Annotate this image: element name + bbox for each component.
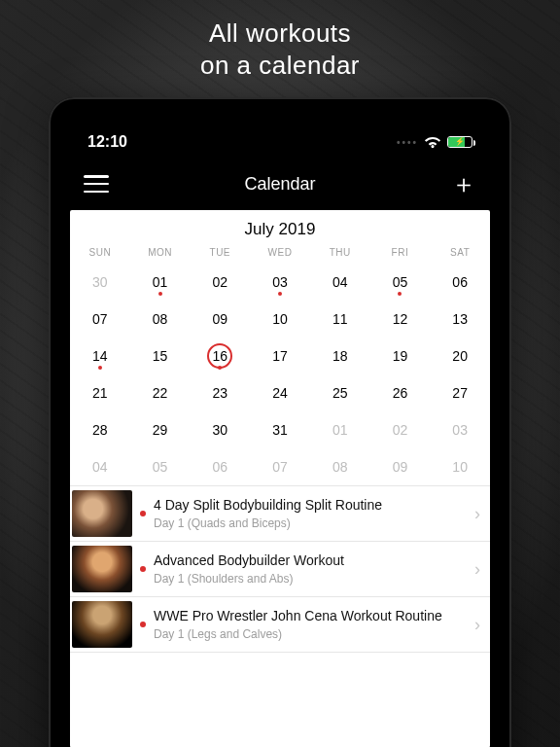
promo-heading: All workouts on a calendar: [0, 0, 560, 81]
workout-text: 4 Day Split Bodybuilding Split RoutineDa…: [154, 497, 471, 530]
calendar-day-number: 25: [332, 385, 348, 401]
calendar-day-cell[interactable]: 04: [310, 264, 370, 301]
calendar-day-cell[interactable]: 26: [370, 374, 431, 411]
workout-subtitle: Day 1 (Quads and Biceps): [154, 516, 471, 530]
workout-text: WWE Pro Wrestler John Cena Workout Routi…: [154, 608, 471, 641]
calendar-week-row: 07080910111213: [70, 301, 490, 338]
calendar-day-number: 03: [272, 274, 288, 290]
calendar-day-cell[interactable]: 05: [370, 264, 431, 301]
calendar-day-cell[interactable]: 15: [130, 338, 191, 374]
calendar-weekday-label: SAT: [430, 247, 490, 264]
workout-title: WWE Pro Wrestler John Cena Workout Routi…: [154, 608, 471, 624]
calendar-day-number: 31: [272, 422, 288, 438]
calendar-day-cell[interactable]: 04: [70, 448, 130, 485]
calendar-day-cell[interactable]: 01: [310, 411, 370, 448]
battery-icon: ⚡: [447, 136, 472, 148]
calendar-day-number: 28: [92, 422, 108, 438]
screen: 12:10 •••• ⚡ Calendar ＋ July 2019 SUNMON…: [70, 123, 490, 747]
calendar-day-cell[interactable]: 25: [310, 374, 370, 411]
calendar-month-label: July 2019: [70, 210, 490, 247]
calendar-day-cell[interactable]: 22: [130, 374, 191, 411]
calendar-day-number: 08: [153, 311, 168, 327]
calendar-week-row: 28293031010203: [70, 411, 490, 448]
calendar-day-cell[interactable]: 28: [70, 411, 130, 448]
calendar-week-row: 21222324252627: [70, 374, 490, 411]
workout-row[interactable]: Advanced Bodybuilder WorkoutDay 1 (Shoul…: [70, 542, 490, 597]
calendar-day-cell[interactable]: 17: [250, 338, 310, 374]
calendar-day-cell[interactable]: 02: [190, 264, 250, 301]
calendar-day-cell[interactable]: 03: [250, 264, 310, 301]
calendar-day-cell[interactable]: 03: [430, 411, 490, 448]
workout-row[interactable]: WWE Pro Wrestler John Cena Workout Routi…: [70, 597, 490, 653]
calendar-day-number: 19: [393, 348, 408, 364]
calendar-weekday-label: WED: [250, 247, 310, 264]
menu-icon[interactable]: [84, 175, 109, 193]
workout-thumbnail: [72, 546, 132, 592]
calendar-day-number: 21: [92, 385, 108, 401]
workout-row[interactable]: 4 Day Split Bodybuilding Split RoutineDa…: [70, 486, 490, 542]
calendar-day-cell[interactable]: 14: [70, 338, 130, 374]
calendar-grid: 3001020304050607080910111213141516171819…: [70, 264, 490, 485]
calendar-day-cell[interactable]: 09: [190, 301, 250, 338]
workout-text: Advanced Bodybuilder WorkoutDay 1 (Shoul…: [154, 552, 471, 586]
page-title: Calendar: [109, 174, 451, 195]
calendar-day-cell[interactable]: 12: [370, 301, 431, 338]
calendar-event-dot: [398, 292, 402, 296]
calendar-weekday-label: MON: [130, 247, 191, 264]
calendar-day-cell[interactable]: 23: [190, 374, 250, 411]
status-bar: 12:10 •••• ⚡: [70, 123, 490, 161]
calendar-event-dot: [218, 366, 222, 370]
calendar-day-number: 06: [452, 274, 468, 290]
wifi-icon: [424, 136, 441, 149]
calendar-day-cell[interactable]: 10: [250, 301, 310, 338]
calendar-day-cell[interactable]: 06: [430, 264, 490, 301]
calendar-day-number: 14: [92, 348, 108, 364]
calendar-day-cell[interactable]: 05: [130, 448, 191, 485]
calendar-day-number: 30: [212, 422, 228, 438]
calendar-day-cell[interactable]: 24: [250, 374, 310, 411]
calendar-day-number: 07: [92, 311, 108, 327]
calendar-day-cell[interactable]: 30: [190, 411, 250, 448]
workout-title: 4 Day Split Bodybuilding Split Routine: [154, 497, 471, 514]
calendar-day-number: 10: [452, 459, 468, 475]
calendar-day-cell[interactable]: 06: [190, 448, 250, 485]
calendar-day-cell[interactable]: 20: [430, 338, 490, 374]
calendar-day-cell[interactable]: 29: [130, 411, 191, 448]
chevron-right-icon: ›: [471, 559, 484, 580]
calendar-event-dot: [158, 292, 162, 296]
calendar-day-cell[interactable]: 08: [130, 301, 191, 338]
calendar-day-cell[interactable]: 01: [130, 264, 191, 301]
calendar-day-cell[interactable]: 18: [310, 338, 370, 374]
calendar-day-cell[interactable]: 08: [310, 448, 370, 485]
workout-indicator-dot: [140, 566, 146, 572]
calendar-day-number: 15: [153, 348, 168, 364]
calendar-day-cell[interactable]: 09: [370, 448, 431, 485]
workout-subtitle: Day 1 (Legs and Calves): [154, 627, 471, 641]
calendar-day-cell[interactable]: 19: [370, 338, 431, 374]
workout-thumbnail: [72, 601, 132, 648]
calendar-weekday-label: TUE: [190, 247, 250, 264]
calendar-day-number: 04: [332, 274, 348, 290]
calendar-day-cell[interactable]: 30: [70, 264, 130, 301]
calendar-day-number: 07: [272, 459, 288, 475]
calendar-day-cell[interactable]: 10: [430, 448, 490, 485]
calendar-day-cell[interactable]: 13: [430, 301, 490, 338]
calendar-day-number: 22: [153, 385, 168, 401]
calendar-day-cell[interactable]: 02: [370, 411, 431, 448]
calendar-week-row: 14151617181920: [70, 338, 490, 374]
calendar-day-cell[interactable]: 27: [430, 374, 490, 411]
calendar-day-number: 09: [393, 459, 408, 475]
calendar-day-cell[interactable]: 31: [250, 411, 310, 448]
calendar-day-number: 05: [393, 274, 408, 290]
calendar-day-cell[interactable]: 07: [70, 301, 130, 338]
calendar-day-cell[interactable]: 16: [190, 338, 250, 374]
calendar-day-number: 27: [452, 385, 468, 401]
calendar-day-cell[interactable]: 21: [70, 374, 130, 411]
calendar-day-cell[interactable]: 11: [310, 301, 370, 338]
calendar-day-number: 30: [92, 274, 108, 290]
calendar-day-number: 03: [452, 422, 468, 438]
calendar-day-cell[interactable]: 07: [250, 448, 310, 485]
add-button[interactable]: ＋: [451, 171, 476, 196]
tablet-frame: 12:10 •••• ⚡ Calendar ＋ July 2019 SUNMON…: [49, 97, 511, 747]
cellular-dots-icon: ••••: [397, 137, 418, 148]
